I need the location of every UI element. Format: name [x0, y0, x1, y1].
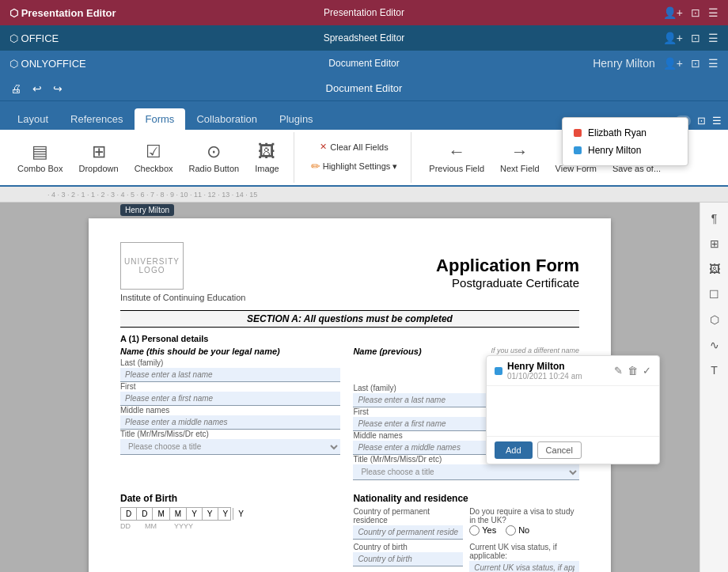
name-previous-header: Name (previous): [353, 347, 421, 356]
middle-current: Middle names: [120, 406, 340, 430]
burger-menu[interactable]: ☰: [712, 115, 722, 127]
radio-button-button[interactable]: ⊙ Radio Button: [183, 139, 246, 176]
title-current: Title (Mr/Mrs/Miss/Dr etc) Please choose…: [120, 430, 340, 455]
image-icon: 🖼: [258, 142, 275, 162]
tab-plugins[interactable]: Plugins: [268, 108, 324, 130]
comment-edit-icon[interactable]: ✎: [614, 365, 623, 377]
window-icon-3[interactable]: ⊡: [691, 57, 700, 70]
previous-field-button[interactable]: ← Previous Field: [423, 139, 491, 176]
sidebar-paragraph-icon[interactable]: ¶: [703, 207, 726, 229]
sidebar-shape-icon[interactable]: ☐: [703, 283, 726, 305]
dob-y2: Y: [203, 508, 218, 520]
menu-icon-3[interactable]: ☰: [708, 57, 719, 70]
comment-delete-icon[interactable]: 🗑: [628, 365, 638, 377]
sidebar-table-icon[interactable]: ⊞: [703, 233, 726, 255]
first-current: First: [120, 382, 340, 406]
visa-status-label: Current UK visa status, if applicable:: [469, 543, 579, 560]
next-field-icon: →: [511, 142, 529, 162]
dropdown-button[interactable]: ⊞ Dropdown: [72, 139, 124, 176]
image-label: Image: [255, 164, 279, 173]
tab-references[interactable]: References: [59, 108, 134, 130]
form-elements-group: ▤ Combo Box ⊞ Dropdown ☑ Checkbox ⊙ Radi…: [6, 132, 294, 183]
tab-collaboration[interactable]: Collaboration: [185, 108, 268, 130]
sidebar-image-icon[interactable]: 🖼: [703, 258, 726, 280]
add-user-icon-3[interactable]: 👤+: [663, 57, 683, 70]
country-perm-input[interactable]: [353, 525, 463, 540]
highlight-dropdown-arrow: ▾: [392, 161, 397, 172]
collaborator-henry: Henry Milton: [563, 142, 688, 159]
first-input[interactable]: [120, 392, 340, 406]
spreadsheet-title: Spreadsheet Editor: [324, 32, 405, 44]
document-window-controls[interactable]: Henry Milton 👤+ ⊡ ☰: [593, 57, 719, 70]
visa-status-input[interactable]: [469, 561, 579, 572]
last-family-label: Last (family): [120, 358, 340, 367]
comment-input[interactable]: [487, 386, 659, 434]
last-family-input[interactable]: [120, 368, 340, 382]
visa-no-option[interactable]: No: [506, 525, 529, 536]
visa-yes-option[interactable]: Yes: [469, 525, 496, 536]
comment-cancel-button[interactable]: Cancel: [537, 441, 582, 459]
menu-icon[interactable]: ☰: [708, 6, 719, 19]
undo-button[interactable]: ↩: [28, 80, 46, 97]
dob-y3: Y: [218, 508, 234, 520]
sidebar-chart-icon[interactable]: ⬡: [703, 309, 726, 331]
comment-footer: Add Cancel: [487, 436, 659, 464]
checkbox-button[interactable]: ☑ Checkbox: [128, 139, 180, 176]
dob-mm-label: MM: [145, 522, 157, 530]
collaborator-henry-dot: [574, 146, 582, 154]
dropdown-label: Dropdown: [78, 164, 118, 173]
print-button[interactable]: 🖨: [6, 80, 25, 97]
collaborators-popup: Elizbath Ryan Henry Milton: [562, 117, 688, 166]
document-scroll-area[interactable]: Henry Milton University Logo Institute o…: [0, 203, 700, 572]
dob-dd2: D: [137, 508, 153, 520]
presentation-window-controls[interactable]: 👤+ ⊡ ☰: [663, 6, 719, 19]
highlight-settings-label: Highlight Settings: [323, 161, 391, 171]
middle-input[interactable]: [120, 415, 340, 430]
comment-add-button[interactable]: Add: [495, 441, 533, 459]
sidebar-text-icon[interactable]: T: [703, 359, 726, 381]
titlebar-document: ⬡ ONLYOFFICE Document Editor Henry Milto…: [0, 51, 728, 76]
titlebar-spreadsheet: ⬡ OFFICE Spreadsheet Editor 👤+ ⊡ ☰: [0, 25, 728, 51]
title-prev-select[interactable]: Please choose a title MrMrsMissDr: [353, 464, 579, 480]
app-form-title: Application Form: [261, 256, 579, 276]
country-birth-input[interactable]: [353, 552, 463, 566]
combo-box-icon: ▤: [32, 142, 48, 162]
window-icon[interactable]: ⊡: [691, 6, 700, 19]
name-current-header: Name (this should be your legal name): [120, 347, 340, 356]
tab-forms[interactable]: Forms: [135, 108, 186, 130]
window-icon-2[interactable]: ⊡: [691, 32, 700, 44]
next-field-button[interactable]: → Next Field: [494, 139, 546, 176]
title-select[interactable]: Please choose a title MrMrsMissDr: [120, 439, 340, 455]
image-button[interactable]: 🖼 Image: [248, 139, 286, 176]
upload-button[interactable]: ⊡: [697, 115, 706, 127]
clear-all-fields-button[interactable]: ✕ Clear All Fields: [313, 139, 394, 154]
document-title: Document Editor: [328, 58, 399, 69]
add-user-icon[interactable]: 👤+: [663, 6, 683, 19]
add-user-icon-2[interactable]: 👤+: [663, 32, 683, 44]
tab-layout[interactable]: Layout: [6, 108, 59, 130]
visa-yes-radio[interactable]: [469, 525, 480, 536]
visa-status-section: Current UK visa status, if applicable:: [469, 543, 579, 572]
document-title-center: Document Editor: [326, 82, 403, 94]
app-name-spreadsheet: ⬡ OFFICE: [9, 32, 59, 44]
highlight-settings-button[interactable]: ✏ Highlight Settings ▾: [305, 157, 404, 176]
spreadsheet-window-controls[interactable]: 👤+ ⊡ ☰: [663, 32, 719, 44]
dob-section: Date of Birth D D M M Y Y Y Y DD MM: [120, 487, 340, 572]
dob-y4: Y: [233, 508, 248, 520]
menu-icon-2[interactable]: ☰: [708, 32, 719, 44]
right-sidebar: ¶ ⊞ 🖼 ☐ ⬡ ∿ T: [700, 203, 728, 572]
comment-resolve-icon[interactable]: ✓: [643, 365, 651, 377]
visa-no-radio[interactable]: [506, 525, 516, 536]
redo-button[interactable]: ↪: [49, 80, 66, 97]
sidebar-signature-icon[interactable]: ∿: [703, 334, 726, 356]
combo-box-button[interactable]: ▤ Combo Box: [11, 139, 69, 176]
radio-button-label: Radio Button: [189, 164, 240, 173]
app-name-presentation: ⬡ Presentation Editor: [9, 7, 116, 19]
country-perm-label: Country of permanent residence: [353, 507, 463, 525]
dob-dd-label: DD: [120, 522, 131, 530]
app-header: University Logo Institute of Continuing …: [120, 242, 579, 302]
visa-section: Do you require a visa to study in the UK…: [469, 507, 579, 540]
middle-label: Middle names: [120, 406, 340, 415]
app-name-document: ⬡ ONLYOFFICE: [9, 58, 86, 70]
checkbox-icon: ☑: [146, 142, 161, 162]
